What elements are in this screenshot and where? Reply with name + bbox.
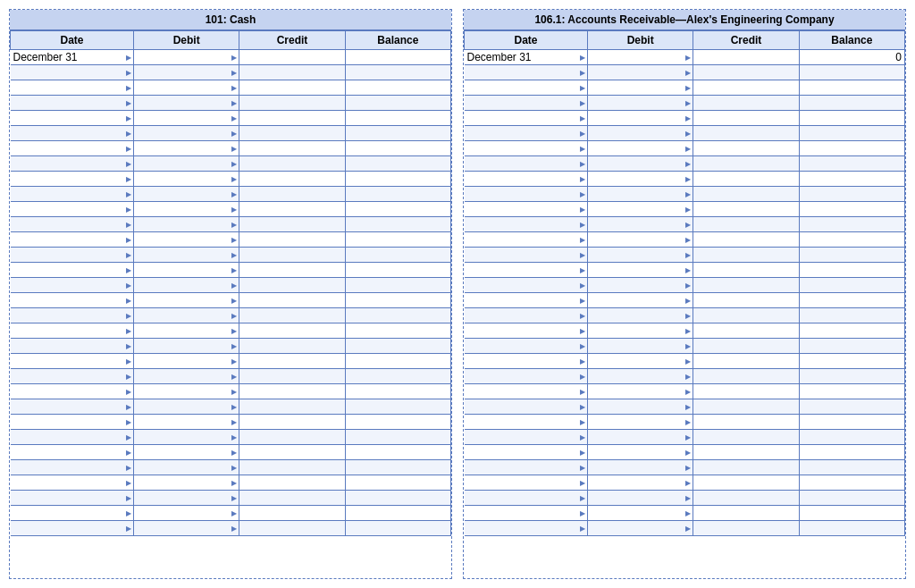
cash-credit-cell[interactable] (239, 126, 345, 141)
ar-balance-cell[interactable] (799, 248, 904, 263)
ar-date-cell[interactable] (465, 96, 588, 111)
table-row[interactable] (465, 323, 905, 339)
table-row[interactable] (465, 232, 905, 248)
cash-balance-cell[interactable] (345, 248, 450, 263)
ar-date-cell[interactable] (465, 80, 588, 96)
cash-date-cell[interactable] (11, 202, 134, 217)
cash-date-cell[interactable] (11, 126, 134, 141)
ar-date-cell[interactable] (465, 263, 588, 278)
ar-date-cell[interactable] (465, 354, 588, 369)
cash-credit-cell[interactable] (239, 491, 345, 506)
cash-credit-cell[interactable] (239, 384, 345, 399)
ar-date-cell[interactable] (465, 445, 588, 460)
ar-debit-cell[interactable] (588, 323, 693, 339)
cash-debit-cell[interactable] (134, 308, 239, 323)
cash-debit-cell[interactable] (134, 65, 239, 80)
table-row[interactable] (465, 111, 905, 126)
ar-credit-cell[interactable] (693, 278, 799, 293)
cash-credit-cell[interactable] (239, 141, 345, 156)
table-row[interactable] (11, 65, 451, 80)
ar-balance-cell[interactable] (799, 506, 904, 521)
table-row[interactable] (465, 521, 905, 536)
cash-balance-cell[interactable] (345, 506, 450, 521)
ar-debit-cell[interactable] (588, 384, 693, 399)
ar-date-cell[interactable] (465, 156, 588, 172)
cash-balance-cell[interactable] (345, 172, 450, 187)
cash-balance-cell[interactable] (345, 475, 450, 491)
cash-date-cell[interactable] (11, 354, 134, 369)
cash-debit-cell[interactable] (134, 111, 239, 126)
ar-balance-cell[interactable] (799, 339, 904, 354)
table-row[interactable] (465, 369, 905, 384)
ar-date-cell[interactable] (465, 217, 588, 232)
ar-date-cell[interactable] (465, 415, 588, 430)
cash-date-cell[interactable]: December 31 (11, 50, 134, 65)
cash-balance-cell[interactable] (345, 430, 450, 445)
cash-date-cell[interactable] (11, 308, 134, 323)
ar-credit-cell[interactable] (693, 384, 799, 399)
ar-balance-cell[interactable] (799, 399, 904, 415)
ar-balance-cell[interactable] (799, 460, 904, 475)
table-row[interactable] (465, 491, 905, 506)
ar-date-cell[interactable] (465, 308, 588, 323)
table-row[interactable] (11, 111, 451, 126)
table-row[interactable] (465, 263, 905, 278)
cash-date-cell[interactable] (11, 232, 134, 248)
ar-balance-cell[interactable] (799, 217, 904, 232)
cash-date-cell[interactable] (11, 293, 134, 308)
ar-date-cell[interactable] (465, 399, 588, 415)
ar-credit-cell[interactable] (693, 293, 799, 308)
ar-debit-cell[interactable] (588, 80, 693, 96)
cash-balance-cell[interactable] (345, 445, 450, 460)
cash-balance-cell[interactable] (345, 521, 450, 536)
ar-balance-cell[interactable] (799, 308, 904, 323)
ar-debit-cell[interactable] (588, 399, 693, 415)
table-row[interactable] (465, 141, 905, 156)
cash-balance-cell[interactable] (345, 111, 450, 126)
cash-credit-cell[interactable] (239, 202, 345, 217)
ar-balance-cell[interactable] (799, 491, 904, 506)
ar-debit-cell[interactable] (588, 354, 693, 369)
cash-balance-cell[interactable] (345, 202, 450, 217)
ar-credit-cell[interactable] (693, 217, 799, 232)
ar-debit-cell[interactable] (588, 278, 693, 293)
ar-date-cell[interactable] (465, 384, 588, 399)
ar-credit-cell[interactable] (693, 156, 799, 172)
cash-balance-cell[interactable] (345, 50, 450, 65)
ar-balance-cell[interactable] (799, 369, 904, 384)
cash-date-cell[interactable] (11, 339, 134, 354)
cash-credit-cell[interactable] (239, 445, 345, 460)
table-row[interactable] (11, 217, 451, 232)
ar-credit-cell[interactable] (693, 111, 799, 126)
ar-balance-cell[interactable] (799, 65, 904, 80)
cash-date-cell[interactable] (11, 263, 134, 278)
ar-balance-cell[interactable] (799, 521, 904, 536)
cash-date-cell[interactable] (11, 96, 134, 111)
ar-debit-cell[interactable] (588, 156, 693, 172)
ar-debit-cell[interactable] (588, 430, 693, 445)
cash-debit-cell[interactable] (134, 369, 239, 384)
ar-credit-cell[interactable] (693, 430, 799, 445)
cash-credit-cell[interactable] (239, 65, 345, 80)
table-row[interactable] (11, 308, 451, 323)
table-row[interactable] (465, 506, 905, 521)
table-row[interactable] (11, 80, 451, 96)
cash-balance-cell[interactable] (345, 369, 450, 384)
ar-credit-cell[interactable] (693, 475, 799, 491)
cash-debit-cell[interactable] (134, 384, 239, 399)
ar-date-cell[interactable] (465, 521, 588, 536)
cash-debit-cell[interactable] (134, 187, 239, 202)
cash-debit-cell[interactable] (134, 323, 239, 339)
ar-credit-cell[interactable] (693, 415, 799, 430)
cash-balance-cell[interactable] (345, 293, 450, 308)
table-row[interactable] (11, 521, 451, 536)
ar-credit-cell[interactable] (693, 323, 799, 339)
ar-date-cell[interactable] (465, 460, 588, 475)
table-row[interactable] (465, 460, 905, 475)
cash-balance-cell[interactable] (345, 354, 450, 369)
cash-debit-cell[interactable] (134, 217, 239, 232)
ar-balance-cell[interactable] (799, 445, 904, 460)
ar-balance-cell[interactable] (799, 323, 904, 339)
cash-balance-cell[interactable] (345, 460, 450, 475)
table-row[interactable] (465, 293, 905, 308)
